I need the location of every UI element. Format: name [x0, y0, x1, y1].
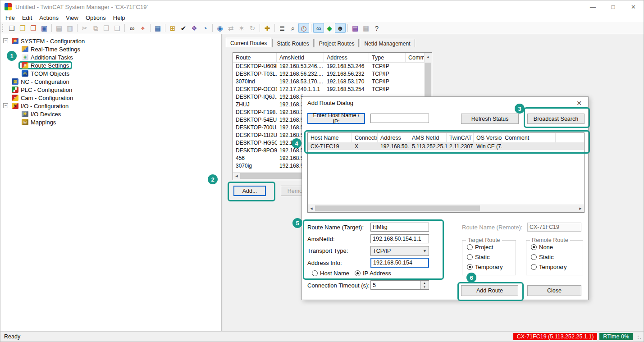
tree-item-system-configuration[interactable]: −✱SYSTEM - Configuration	[0, 37, 221, 45]
refresh-status-button[interactable]: Refresh Status	[461, 114, 519, 124]
scroll-left-icon[interactable]: ◀	[233, 173, 240, 180]
radio-icon[interactable]	[355, 270, 361, 276]
broadcast-search-button[interactable]: Broadcast Search	[527, 114, 585, 124]
transport-type-select[interactable]: TCP/IP ▼	[370, 246, 429, 256]
dialog-close-icon[interactable]: ✕	[574, 99, 585, 108]
find-button[interactable]: ∞	[127, 23, 137, 33]
host-row-cx-71fc19[interactable]: CX-71FC19X192.168.50....5.113.252.25.1.1…	[308, 142, 584, 150]
menu-actions[interactable]: Actions	[36, 14, 62, 21]
target-route-temporary-radio[interactable]: Temporary	[467, 264, 516, 270]
tree-item-real-time-settings[interactable]: ◔Real-Time Settings	[0, 45, 221, 53]
activate-configuration-button[interactable]: ◉	[215, 23, 225, 33]
add-route-dialog-open-button[interactable]: Add...	[233, 186, 266, 196]
scroll-up-icon[interactable]: ▲	[425, 53, 432, 60]
radio-icon[interactable]	[467, 254, 473, 260]
horizontal-scroll-thumb[interactable]	[315, 205, 480, 211]
choose-target-system-button[interactable]: ▦	[152, 23, 163, 33]
enter-host-name-button[interactable]: Enter Host Name / IP:	[307, 113, 365, 124]
tree-expander-minus-icon[interactable]: −	[3, 38, 8, 43]
column-header-ams-netid[interactable]: AMS NetId	[409, 133, 447, 142]
radio-icon[interactable]	[531, 244, 537, 250]
timeout-spinner[interactable]: ▲ ▼	[420, 281, 428, 289]
host-name-radio[interactable]: Host Name	[312, 270, 349, 277]
tree-item-i-o-configuration[interactable]: −↯I/O - Configuration	[0, 102, 221, 110]
column-header-address[interactable]: Address	[324, 53, 369, 62]
menu-edit[interactable]: Edit	[18, 14, 36, 21]
host-horizontal-scrollbar[interactable]: ◀ ▶	[308, 205, 584, 212]
scroll-right-icon[interactable]: ▶	[577, 205, 584, 212]
edit-mode-mouse-button[interactable]: ⌖	[137, 23, 148, 33]
debug-info-button[interactable]: ☻	[335, 23, 346, 33]
column-header-address[interactable]: Address	[378, 133, 409, 142]
column-header-twincat[interactable]: TwinCAT	[447, 133, 474, 142]
column-header-connected[interactable]: Connected	[352, 133, 378, 142]
tree-item-mappings[interactable]: ⊞Mappings	[0, 118, 221, 126]
properties-list-button[interactable]: ≣	[277, 23, 288, 33]
radio-icon[interactable]	[467, 264, 473, 270]
tree-expander-minus-icon[interactable]: −	[3, 103, 8, 108]
new-file-button[interactable]: ❏	[6, 23, 17, 33]
column-header-os-version[interactable]: OS Version	[474, 133, 502, 142]
open-file-button[interactable]: ❐	[17, 23, 28, 33]
route-row-3070ind[interactable]: 3070ind192.168.53.170....192.168.53.170T…	[233, 78, 425, 85]
route-name-target-input[interactable]: HMIig	[370, 223, 429, 232]
tree-item-tcom-objects[interactable]: ◎TCOM Objects	[0, 69, 221, 78]
remote-route-static-radio[interactable]: Static	[531, 254, 583, 260]
scroll-left-icon[interactable]: ◀	[308, 205, 315, 212]
check-configuration-button[interactable]: ✔	[178, 23, 189, 33]
remote-route-none-radio[interactable]: None	[531, 244, 583, 251]
menu-help[interactable]: Help	[110, 14, 129, 21]
route-row-desktop-t03l[interactable]: DESKTOP-T03L...192.168.56.232....192.168…	[233, 70, 425, 78]
column-header-comment[interactable]: Comment	[502, 133, 556, 142]
radio-icon[interactable]	[531, 264, 537, 270]
minimize-button[interactable]: —	[583, 0, 603, 13]
column-header-amsnetid[interactable]: AmsNetId	[277, 53, 324, 62]
radio-icon[interactable]	[312, 270, 318, 276]
show-sub-items-button[interactable]: ∞	[313, 23, 324, 33]
tree-item-cam-configuration[interactable]: ~Cam - Configuration	[0, 94, 221, 102]
spinner-up-icon[interactable]: ▲	[421, 281, 428, 285]
route-row-desktop-u609i[interactable]: DESKTOP-U609I...192.168.53.246....192.16…	[233, 62, 425, 70]
help-button[interactable]: ?	[371, 23, 382, 33]
host-name-input[interactable]	[370, 114, 429, 123]
radio-icon[interactable]	[531, 254, 537, 260]
add-route-button[interactable]: Add Route	[461, 285, 518, 296]
tree-item-nc-configuration[interactable]: ▦NC - Configuration	[0, 78, 221, 86]
menu-options[interactable]: Options	[82, 14, 110, 21]
tree-item-plc-configuration[interactable]: ▞PLC - Configuration	[0, 86, 221, 94]
dialog-close-button[interactable]: Close	[527, 285, 581, 296]
menu-view[interactable]: View	[62, 14, 82, 21]
spinner-down-icon[interactable]: ▼	[421, 285, 428, 289]
remote-route-temporary-radio[interactable]: Temporary	[531, 264, 583, 270]
clear-error-list-button[interactable]: ◆	[324, 23, 335, 33]
tree-item-i-o-devices[interactable]: ✚I/O Devices	[0, 110, 221, 118]
generate-mappings-button[interactable]: ❖	[189, 23, 200, 33]
tree-item-additional-tasks[interactable]: ✚Additional Tasks	[0, 53, 221, 61]
ip-address-radio[interactable]: IP Address	[355, 270, 391, 277]
free-run-button[interactable]: ◷	[298, 23, 309, 33]
tab-project-routes[interactable]: Project Routes	[315, 39, 359, 47]
zoom-button[interactable]: ⌕	[288, 23, 298, 33]
radio-icon[interactable]	[467, 244, 473, 250]
tab-current-routes[interactable]: Current Routes	[226, 38, 271, 47]
target-route-static-radio[interactable]: Static	[467, 254, 516, 260]
open-from-target-button[interactable]: ❐	[28, 23, 39, 33]
check-config-globe-button[interactable]: ◔	[200, 23, 210, 33]
target-route-project-radio[interactable]: Project	[467, 244, 516, 251]
tab-static-routes[interactable]: Static Routes	[272, 39, 313, 47]
column-header-type[interactable]: Type	[369, 53, 406, 62]
ams-router-button[interactable]: ⊞	[167, 23, 178, 33]
help-book-button[interactable]: ▤	[350, 23, 361, 33]
close-button[interactable]: ✕	[623, 0, 644, 13]
maximize-button[interactable]: □	[603, 0, 623, 13]
tree-item-route-settings[interactable]: ※Route Settings	[0, 61, 221, 69]
address-info-input[interactable]: 192.168.50.154	[370, 258, 429, 268]
save-button[interactable]: ▣	[39, 23, 50, 33]
connection-timeout-input[interactable]: 5 ▲ ▼	[370, 280, 429, 290]
column-header-comment[interactable]: Comment	[406, 53, 425, 62]
menu-file[interactable]: File	[2, 14, 18, 21]
column-header-route[interactable]: Route	[233, 53, 277, 62]
route-row-desktop-oeo1[interactable]: DESKTOP-OEO1...172.17.240.1.1.1192.168.5…	[233, 85, 425, 93]
ams-netid-input[interactable]: 192.168.50.154.1.1	[370, 234, 429, 243]
tab-netid-management[interactable]: NetId Management	[360, 39, 415, 47]
